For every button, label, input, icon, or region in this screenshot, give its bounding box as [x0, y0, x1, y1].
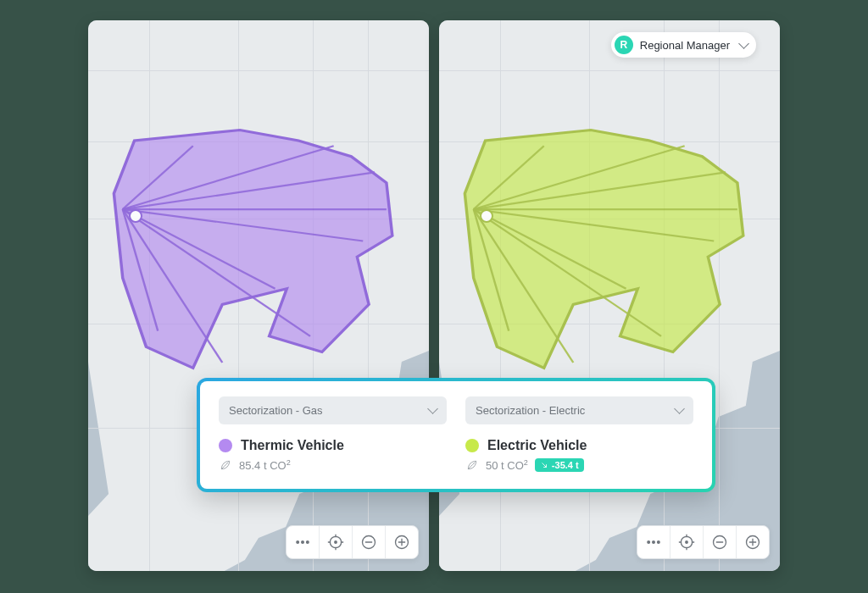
- legend-swatch-electric: [465, 439, 479, 452]
- zoom-in-button[interactable]: [385, 526, 418, 558]
- chevron-down-icon: [674, 403, 685, 414]
- svg-point-32: [648, 541, 650, 544]
- map-controls-right: [637, 525, 770, 559]
- comparison-legend: Sectorization - Gas Thermic Vehicle 85.4…: [197, 378, 715, 492]
- svg-point-40: [686, 541, 688, 544]
- more-button[interactable]: [287, 526, 319, 558]
- vehicle-label: Electric Vehicle: [487, 438, 587, 453]
- role-selector[interactable]: R Regional Manager: [611, 32, 756, 58]
- vehicle-row-gas: Thermic Vehicle: [219, 438, 447, 453]
- svg-point-9: [297, 541, 299, 544]
- zoom-in-button[interactable]: [736, 526, 769, 558]
- co2-metric-gas: 85.4 t CO2: [219, 458, 447, 472]
- svg-point-34: [658, 541, 660, 544]
- chevron-down-icon: [427, 403, 438, 414]
- chevron-down-icon: [738, 38, 749, 49]
- co2-delta-badge: -35.4 t: [535, 458, 584, 472]
- role-label: Regional Manager: [640, 39, 730, 52]
- legend-col-gas: Sectorization - Gas Thermic Vehicle 85.4…: [219, 396, 447, 472]
- co2-sup: 2: [287, 458, 291, 467]
- sectorization-select-electric[interactable]: Sectorization - Electric: [465, 396, 693, 424]
- zoom-out-button[interactable]: [703, 526, 736, 558]
- co2-value: 50 t CO: [486, 459, 524, 472]
- leaf-icon: [219, 458, 232, 472]
- svg-point-11: [307, 541, 309, 544]
- co2-value: 85.4 t CO: [239, 459, 287, 472]
- co2-metric-electric: 50 t CO2 -35.4 t: [465, 458, 693, 472]
- arrow-down-right-icon: [540, 461, 548, 469]
- more-button[interactable]: [637, 526, 670, 558]
- select-label: Sectorization - Gas: [229, 404, 323, 417]
- svg-point-10: [302, 541, 304, 544]
- recenter-button[interactable]: [319, 526, 352, 558]
- territory-overlay-gas: [105, 119, 398, 384]
- sectorization-select-gas[interactable]: Sectorization - Gas: [219, 396, 447, 424]
- svg-point-17: [335, 541, 337, 544]
- comparison-stage: R Regional Manager Sectorization - Gas T…: [0, 0, 868, 593]
- vehicle-label: Thermic Vehicle: [241, 438, 344, 453]
- legend-col-electric: Sectorization - Electric Electric Vehicl…: [465, 396, 693, 472]
- co2-sup: 2: [524, 458, 528, 467]
- vehicle-row-electric: Electric Vehicle: [465, 438, 693, 453]
- delta-value: -35.4 t: [552, 460, 579, 470]
- hub-marker: [129, 209, 142, 223]
- avatar: R: [615, 36, 633, 54]
- recenter-button[interactable]: [670, 526, 703, 558]
- territory-overlay-electric: [456, 119, 749, 384]
- legend-swatch-gas: [219, 439, 232, 452]
- map-controls-left: [286, 525, 419, 559]
- hub-marker: [480, 209, 493, 223]
- leaf-icon: [465, 458, 479, 472]
- svg-point-33: [653, 541, 655, 544]
- zoom-out-button[interactable]: [352, 526, 385, 558]
- select-label: Sectorization - Electric: [476, 404, 585, 417]
